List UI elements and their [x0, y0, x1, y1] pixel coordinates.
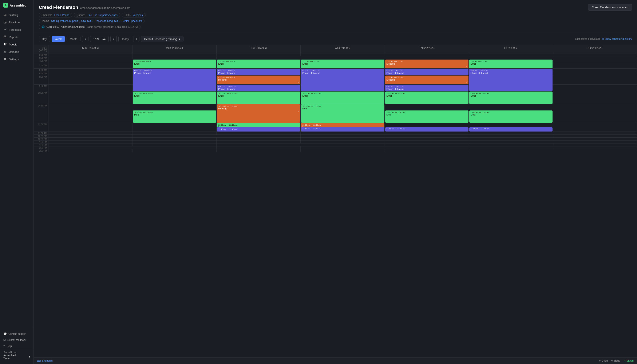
- today-dropdown-button[interactable]: ▾: [134, 36, 139, 42]
- cell-sat-930[interactable]: [553, 84, 637, 91]
- sidebar-item-people[interactable]: People: [0, 41, 34, 48]
- sidebar-item-reports[interactable]: Reports: [0, 34, 34, 41]
- cell-thu-630[interactable]: [385, 56, 469, 59]
- prev-week-button[interactable]: ‹: [82, 36, 88, 42]
- date-range-button[interactable]: 1/29 – 2/4: [90, 36, 109, 42]
- event-wed-extra-1115[interactable]: 11:15 AM — 11:45 AM: [301, 127, 384, 132]
- cell-tue-1130[interactable]: [217, 132, 301, 135]
- cell-sat-1300[interactable]: [553, 140, 637, 144]
- cell-sun-1030[interactable]: [49, 104, 132, 123]
- cell-sun-1430[interactable]: [49, 150, 132, 152]
- event-thu-meal-1045[interactable]: 10:45 AM — 11:15 AM Meal: [385, 110, 469, 123]
- event-tue-extra-1115[interactable]: 11:15 AM — 11:45 AM: [217, 127, 300, 132]
- cell-sat-1030[interactable]: [553, 104, 637, 123]
- cell-sun-1200[interactable]: [49, 135, 132, 138]
- cell-wed-630[interactable]: [301, 56, 385, 59]
- cell-sat-730[interactable]: [553, 64, 637, 68]
- app-logo[interactable]: A Assembled: [0, 0, 34, 10]
- event-tue-meeting-1030[interactable]: 10:30 AM — 11:00 AM Meeting: [217, 104, 300, 123]
- cell-fri-1230[interactable]: [469, 138, 553, 140]
- cell-sun-1400[interactable]: [49, 146, 132, 150]
- cell-sat-1400[interactable]: [553, 146, 637, 150]
- cell-sun-930[interactable]: [49, 84, 132, 91]
- event-wed-phone-800[interactable]: 8:00 AM — 10:00 AM Phone - Inbound: [301, 69, 384, 91]
- show-history-button[interactable]: ⊕ Show scheduling history: [602, 38, 632, 40]
- event-tue-meeting-900[interactable]: 9:00 AM — 9:30 AM Meeting: [217, 76, 300, 84]
- cell-thu-1200[interactable]: [385, 135, 469, 138]
- event-fri-phone-800[interactable]: 8:00 AM — 10:00 AM Phone - Inbound: [469, 69, 553, 91]
- event-tue-meal-1100[interactable]: 11:00 AM — 11:15 AM Meal: [217, 123, 300, 127]
- cell-mon-630[interactable]: [132, 56, 217, 59]
- cell-sat-1100[interactable]: [553, 123, 637, 132]
- cell-sat-1430[interactable]: [553, 150, 637, 152]
- cell-thu-600[interactable]: [385, 54, 469, 56]
- cell-sat-1200[interactable]: [553, 135, 637, 138]
- event-mon-email-1000[interactable]: 10:00 AM — 10:45 AM Email: [133, 92, 216, 104]
- cell-sat-600[interactable]: [553, 54, 637, 56]
- cell-wed-1200[interactable]: [301, 135, 385, 138]
- submit-feedback-btn[interactable]: ✉ Submit feedback: [0, 337, 34, 343]
- cell-tue-1330[interactable]: [217, 144, 301, 146]
- signed-in-name[interactable]: Assembled Team ▾: [3, 354, 30, 360]
- cell-fri-1430[interactable]: [469, 150, 553, 152]
- sidebar-item-uploads[interactable]: Uploads: [0, 48, 34, 56]
- cell-wed-1400[interactable]: [301, 146, 385, 150]
- event-mon-meal-1045[interactable]: 10:45 AM — 11:15 AM Meal: [133, 110, 216, 123]
- scorecard-button[interactable]: Creed Flenderson's scorecard: [588, 4, 632, 11]
- event-thu-email-1000[interactable]: 10:00 AM — 10:45 AM Email: [385, 92, 469, 104]
- cell-tue-1200[interactable]: [217, 135, 301, 138]
- cell-sun-830[interactable]: [49, 72, 132, 75]
- cell-mon-1200[interactable]: [132, 135, 217, 138]
- help-btn[interactable]: ? Help: [0, 343, 34, 349]
- cell-thu-1300[interactable]: [385, 140, 469, 144]
- schedule-selector[interactable]: Default Schedule (Primary) ▾: [141, 36, 183, 42]
- cell-sat-1000[interactable]: [553, 91, 637, 104]
- cell-wed-1130[interactable]: [301, 132, 385, 135]
- cell-fri-1400[interactable]: [469, 146, 553, 150]
- cell-sun-1300[interactable]: [49, 140, 132, 144]
- cell-mon-1130[interactable]: [132, 132, 217, 135]
- event-mon-phone-800[interactable]: 8:00 AM — 10:00 AM Phone - Inbound: [133, 69, 216, 91]
- cell-fri-1330[interactable]: [469, 144, 553, 146]
- cell-thu-1400[interactable]: [385, 146, 469, 150]
- event-fri-meal-1045[interactable]: 10:45 AM — 11:15 AM Meal: [469, 110, 553, 123]
- cell-wed-1230[interactable]: [301, 138, 385, 140]
- cell-fri-1200[interactable]: [469, 135, 553, 138]
- event-wed-email-1000[interactable]: 10:00 AM — 10:30 AM Email: [301, 92, 384, 104]
- cell-mon-1230[interactable]: [132, 138, 217, 140]
- cell-mon-600[interactable]: [132, 54, 217, 56]
- next-week-button[interactable]: ›: [110, 36, 117, 42]
- day-view-button[interactable]: Day: [39, 36, 50, 42]
- event-fri-extra-1115[interactable]: 11:15 AM — 11:45 AM: [469, 127, 553, 132]
- sidebar-item-forecasts[interactable]: Forecasts: [0, 26, 34, 34]
- cell-sun-800[interactable]: [49, 68, 132, 72]
- cell-sun-700[interactable]: [49, 59, 132, 64]
- cell-sun-730[interactable]: [49, 64, 132, 68]
- cell-fri-600[interactable]: [469, 54, 553, 56]
- event-thu-meeting-900[interactable]: 9:00 AM — 9:30 AM Meeting: [385, 76, 469, 84]
- event-wed-meal-1030[interactable]: 10:30 AM — 11:00 AM Meal: [301, 104, 384, 123]
- cell-sat-800[interactable]: [553, 68, 637, 72]
- cell-sun-1000[interactable]: [49, 91, 132, 104]
- cell-wed-1430[interactable]: [301, 150, 385, 152]
- event-tue-phone-800[interactable]: 8:00 AM — 9:00 AM Phone - Inbound: [217, 69, 300, 75]
- cell-fri-1130[interactable]: [469, 132, 553, 135]
- cell-wed-1300[interactable]: [301, 140, 385, 144]
- contact-support-btn[interactable]: 💬 Contact support: [0, 331, 34, 337]
- redo-button[interactable]: ↪ Redo: [611, 359, 620, 362]
- cell-tue-630[interactable]: [217, 56, 301, 59]
- event-tue-email-1000[interactable]: 10:00 AM — 10:30 AM Email: [217, 92, 300, 104]
- cell-sun-600[interactable]: [49, 54, 132, 56]
- event-fri-email-1000[interactable]: 10:00 AM — 10:45 AM Email: [469, 92, 553, 104]
- cell-sat-900[interactable]: [553, 75, 637, 84]
- sidebar-item-settings[interactable]: Settings: [0, 56, 34, 63]
- calendar-scroll[interactable]: 6:00 AM 6:30 AM 7:00 AM 7:30 AM 8:00 AM …: [34, 54, 637, 358]
- week-view-button[interactable]: Week: [52, 36, 65, 42]
- month-view-button[interactable]: Month: [67, 36, 80, 42]
- cell-sat-630[interactable]: [553, 56, 637, 59]
- cell-thu-1330[interactable]: [385, 144, 469, 146]
- cell-mon-1430[interactable]: [132, 150, 217, 152]
- cell-thu-1130[interactable]: [385, 132, 469, 135]
- cell-sat-830[interactable]: [553, 72, 637, 75]
- cell-sat-1330[interactable]: [553, 144, 637, 146]
